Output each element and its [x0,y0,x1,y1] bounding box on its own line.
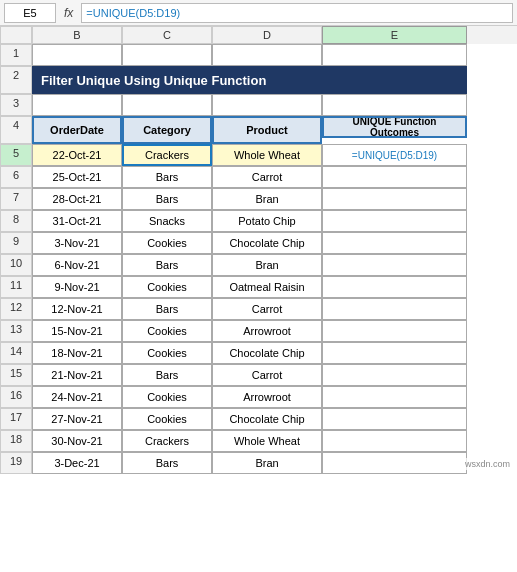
cell-b15[interactable]: 21-Nov-21 [32,364,122,386]
cell-d16[interactable]: Arrowroot [212,386,322,408]
header-category-text: Category [143,124,191,136]
cell-e8[interactable] [322,210,467,232]
cell-d14[interactable]: Chocolate Chip [212,342,322,364]
cell-ref-label: E5 [23,7,36,19]
cell-e15[interactable] [322,364,467,386]
cell-d7[interactable]: Bran [212,188,322,210]
col-header-corner [0,26,32,44]
cell-b9[interactable]: 3-Nov-21 [32,232,122,254]
cell-c13[interactable]: Cookies [122,320,212,342]
title-text: Filter Unique Using Unique Function [41,73,266,88]
cell-e10[interactable] [322,254,467,276]
cell-e5[interactable]: =UNIQUE(D5:D19) [322,144,467,166]
fx-label: fx [60,6,77,20]
b13-text: 15-Nov-21 [51,325,102,337]
cell-b18[interactable]: 30-Nov-21 [32,430,122,452]
cell-c19[interactable]: Bars [122,452,212,474]
cell-b1[interactable] [32,44,122,66]
row-17: 17 27-Nov-21 Cookies Chocolate Chip [0,408,517,430]
cell-d13[interactable]: Arrowroot [212,320,322,342]
row-19: 19 3-Dec-21 Bars Bran [0,452,517,474]
d9-text: Chocolate Chip [229,237,304,249]
d17-text: Chocolate Chip [229,413,304,425]
cell-e13[interactable] [322,320,467,342]
cell-d10[interactable]: Bran [212,254,322,276]
cell-e16[interactable] [322,386,467,408]
cell-d17[interactable]: Chocolate Chip [212,408,322,430]
cell-c17[interactable]: Cookies [122,408,212,430]
b14-text: 18-Nov-21 [51,347,102,359]
cell-b12[interactable]: 12-Nov-21 [32,298,122,320]
cell-b16[interactable]: 24-Nov-21 [32,386,122,408]
cell-e12[interactable] [322,298,467,320]
cell-b6[interactable]: 25-Oct-21 [32,166,122,188]
cell-d9[interactable]: Chocolate Chip [212,232,322,254]
cell-e17[interactable] [322,408,467,430]
cell-c1[interactable] [122,44,212,66]
cell-b10[interactable]: 6-Nov-21 [32,254,122,276]
cell-b5[interactable]: 22-Oct-21 [32,144,122,166]
cell-e11[interactable] [322,276,467,298]
cell-d18[interactable]: Whole Wheat [212,430,322,452]
cell-b8[interactable]: 31-Oct-21 [32,210,122,232]
cell-d11[interactable]: Oatmeal Raisin [212,276,322,298]
b18-text: 30-Nov-21 [51,435,102,447]
cell-c12[interactable]: Bars [122,298,212,320]
cell-b13[interactable]: 15-Nov-21 [32,320,122,342]
cell-e19[interactable] [322,452,467,474]
cell-d6[interactable]: Carrot [212,166,322,188]
cell-c15[interactable]: Bars [122,364,212,386]
cell-b17[interactable]: 27-Nov-21 [32,408,122,430]
d6-text: Carrot [252,171,283,183]
cell-b11[interactable]: 9-Nov-21 [32,276,122,298]
b7-text: 28-Oct-21 [53,193,102,205]
cell-c14[interactable]: Cookies [122,342,212,364]
b11-text: 9-Nov-21 [54,281,99,293]
cell-e14[interactable] [322,342,467,364]
row-1: 1 [0,44,517,66]
c9-text: Cookies [147,237,187,249]
cell-c7[interactable]: Bars [122,188,212,210]
cell-c11[interactable]: Cookies [122,276,212,298]
col-header-c[interactable]: C [122,26,212,44]
cell-e18[interactable] [322,430,467,452]
cell-e9[interactable] [322,232,467,254]
cell-c18[interactable]: Crackers [122,430,212,452]
formula-input[interactable]: =UNIQUE(D5:D19) [81,3,513,23]
cell-e3[interactable] [322,94,467,116]
cell-d5[interactable]: Whole Wheat [212,144,322,166]
cell-d15[interactable]: Carrot [212,364,322,386]
c7-text: Bars [156,193,179,205]
cell-c6[interactable]: Bars [122,166,212,188]
cell-c5[interactable]: Crackers [122,144,212,166]
cell-b14[interactable]: 18-Nov-21 [32,342,122,364]
cell-b3[interactable] [32,94,122,116]
cell-c9[interactable]: Cookies [122,232,212,254]
cell-d1[interactable] [212,44,322,66]
cell-e7[interactable] [322,188,467,210]
row-num-2: 2 [0,66,32,94]
col-header-d[interactable]: D [212,26,322,44]
col-header-e[interactable]: E [322,26,467,44]
col-header-b[interactable]: B [32,26,122,44]
cell-d8[interactable]: Potato Chip [212,210,322,232]
c15-text: Bars [156,369,179,381]
cell-b19[interactable]: 3-Dec-21 [32,452,122,474]
cell-reference-box[interactable]: E5 [4,3,56,23]
cell-e1[interactable] [322,44,467,66]
header-orderdate-text: OrderDate [50,124,104,136]
fx-text: fx [64,6,73,20]
row-num-9: 9 [0,232,32,254]
cell-b7[interactable]: 28-Oct-21 [32,188,122,210]
cell-c3[interactable] [122,94,212,116]
cell-c16[interactable]: Cookies [122,386,212,408]
cell-c10[interactable]: Bars [122,254,212,276]
cell-e6[interactable] [322,166,467,188]
cell-d3[interactable] [212,94,322,116]
cell-d19[interactable]: Bran [212,452,322,474]
cell-d12[interactable]: Carrot [212,298,322,320]
row-num-13: 13 [0,320,32,342]
row-num-16: 16 [0,386,32,408]
cell-c8[interactable]: Snacks [122,210,212,232]
d14-text: Chocolate Chip [229,347,304,359]
